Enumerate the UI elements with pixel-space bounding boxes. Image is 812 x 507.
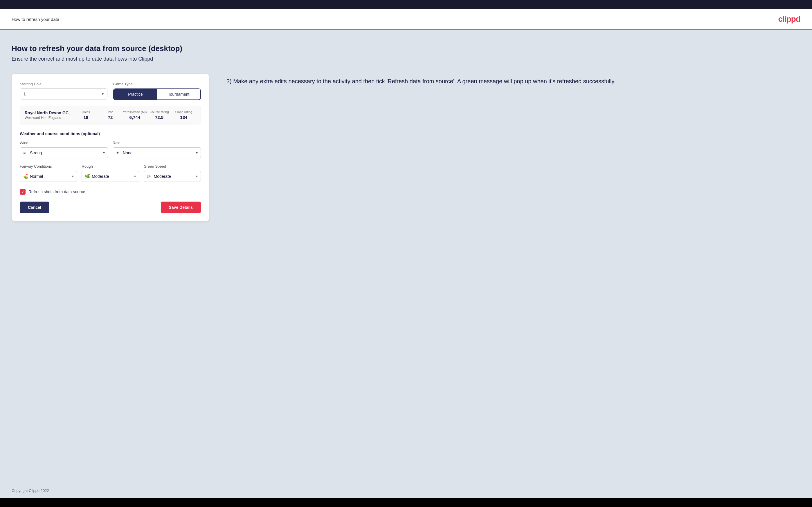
par-label: Par [98,110,122,114]
cancel-button[interactable]: Cancel [20,202,49,213]
refresh-label: Refresh shots from data source [29,189,85,194]
holes-value: 18 [83,115,88,120]
course-info-row: Royal North Devon GC, Westward Ho!, Engl… [20,106,201,124]
form-panel: Starting Hole 1 10 ▾ Game Type Practice … [12,74,209,221]
course-rating-label: Course rating [147,110,171,114]
rain-select[interactable]: None Light Heavy [113,148,201,158]
fairway-rough-green-row: Fairway Conditions ⛳ Normal Wet Dry Firm… [20,164,201,182]
wind-group: Wind ≋ Strong None Light Moderate ▾ [20,141,108,158]
refresh-checkbox[interactable] [20,189,26,194]
header: How to refresh your data clippd [0,9,812,30]
refresh-row: Refresh shots from data source [20,189,201,194]
footer: Copyright Clippd 2022 [0,483,812,498]
logo: clippd [778,14,800,24]
practice-button[interactable]: Practice [114,89,157,100]
conditions-section-title: Weather and course conditions (optional) [20,131,201,136]
rain-label: Rain [113,141,201,145]
green-speed-group: Green Speed ◎ Moderate Slow Fast ▾ [144,164,201,182]
page-subtitle: Ensure the correct and most up to date d… [12,56,800,62]
starting-hole-select-wrapper[interactable]: 1 10 ▾ [20,89,107,100]
yards-stat: Yards/White (M)) 6,744 [122,110,147,120]
slope-rating-label: Slope rating [171,110,196,114]
button-row: Cancel Save Details [20,202,201,213]
wind-rain-row: Wind ≋ Strong None Light Moderate ▾ Rain [20,141,201,158]
fairway-label: Fairway Conditions [20,164,77,169]
green-speed-label: Green Speed [144,164,201,169]
yards-label: Yards/White (M)) [122,110,147,114]
game-type-group: Game Type Practice Tournament [113,82,201,100]
rough-group: Rough 🌿 Moderate Light Heavy ▾ [82,164,139,182]
side-description-text: 3) Make any extra edits necessary to the… [226,76,800,86]
holes-label: Holes [74,110,98,114]
header-title: How to refresh your data [12,17,59,22]
page-title: How to refresh your data from source (de… [12,44,800,53]
rain-group: Rain ✦ None Light Heavy ▾ [113,141,201,158]
slope-rating-stat: Slope rating 134 [171,110,196,120]
top-fields-row: Starting Hole 1 10 ▾ Game Type Practice … [20,82,201,100]
top-bar [0,0,812,9]
rough-label: Rough [82,164,139,169]
starting-hole-select[interactable]: 1 10 [20,89,107,99]
yards-value: 6,744 [130,115,141,120]
holes-stat: Holes 18 [74,110,98,120]
rough-select[interactable]: Moderate Light Heavy [82,171,139,181]
side-description: 3) Make any extra edits necessary to the… [226,74,800,86]
content-row: Starting Hole 1 10 ▾ Game Type Practice … [12,74,800,221]
course-location: Westward Ho!, England [25,116,74,120]
wind-select-wrapper[interactable]: ≋ Strong None Light Moderate ▾ [20,147,108,158]
starting-hole-label: Starting Hole [20,82,107,86]
slope-rating-value: 134 [180,115,187,120]
starting-hole-group: Starting Hole 1 10 ▾ [20,82,107,100]
bottom-bar [0,498,812,507]
course-rating-value: 72.5 [155,115,163,120]
wind-label: Wind [20,141,108,145]
fairway-select[interactable]: Normal Wet Dry Firm [20,171,77,181]
course-name-col: Royal North Devon GC, Westward Ho!, Engl… [25,111,74,120]
green-speed-select-wrapper[interactable]: ◎ Moderate Slow Fast ▾ [144,171,201,182]
par-value: 72 [108,115,113,120]
wind-select[interactable]: Strong None Light Moderate [20,148,108,158]
fairway-group: Fairway Conditions ⛳ Normal Wet Dry Firm… [20,164,77,182]
main-content: How to refresh your data from source (de… [0,30,812,483]
fairway-select-wrapper[interactable]: ⛳ Normal Wet Dry Firm ▾ [20,171,77,182]
par-stat: Par 72 [98,110,122,120]
green-speed-select[interactable]: Moderate Slow Fast [144,171,201,181]
save-button[interactable]: Save Details [161,202,201,213]
copyright-text: Copyright Clippd 2022 [12,489,49,493]
course-rating-stat: Course rating 72.5 [147,110,171,120]
game-type-toggle: Practice Tournament [113,89,201,100]
game-type-label: Game Type [113,82,201,86]
tournament-button[interactable]: Tournament [157,89,200,100]
course-name: Royal North Devon GC, [25,111,74,115]
rain-select-wrapper[interactable]: ✦ None Light Heavy ▾ [113,147,201,158]
rough-select-wrapper[interactable]: 🌿 Moderate Light Heavy ▾ [82,171,139,182]
